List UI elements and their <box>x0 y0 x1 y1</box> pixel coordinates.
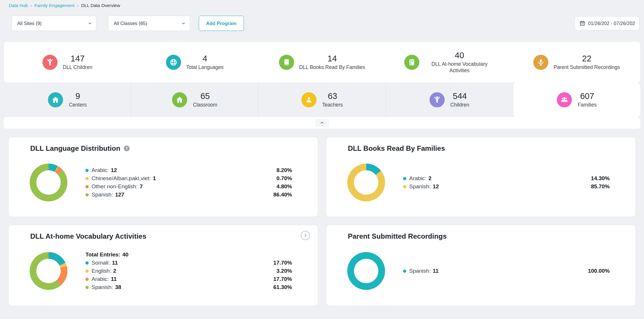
home-icon <box>48 92 63 107</box>
child-icon <box>430 92 445 107</box>
legend-value: 1 <box>153 175 156 182</box>
legend-percent: 86.40% <box>273 192 292 198</box>
legend-percent: 61.30% <box>273 284 292 290</box>
legend-percent: 0.70% <box>276 175 292 182</box>
card-title: DLL Language Distribution <box>30 144 120 153</box>
stat-value: 40 <box>455 51 464 60</box>
legend-item: Arabic: 2 14.30% <box>403 174 610 182</box>
group-icon <box>557 92 572 107</box>
filter-bar: All Sites (9) All Classes (65) Add Progr… <box>12 16 639 31</box>
breadcrumb-family-engagement[interactable]: Family Engagement <box>34 3 74 8</box>
dll-books-read-card: DLL Books Read By Families Arabic: 2 14.… <box>326 137 635 217</box>
classes-select[interactable]: All Classes (65) <box>108 16 190 31</box>
sites-select-value: All Sites (9) <box>17 21 42 26</box>
stat-label: DLL At-home Vocabulary Activities <box>425 61 494 74</box>
legend-value: 2 <box>113 268 117 274</box>
stat-dll-books-read: 14 DLL Books Read By Families <box>258 54 386 70</box>
legend-item: Arabic: 11 17.70% <box>85 275 292 283</box>
sites-select[interactable]: All Sites (9) <box>12 16 96 31</box>
stat-value: 4 <box>203 54 207 63</box>
legend-value: 38 <box>115 284 121 290</box>
legend-item: Somali: 11 17.70% <box>85 259 292 267</box>
stat-value: 65 <box>201 91 210 101</box>
legend-bullet <box>403 177 406 180</box>
legend-percent: 17.70% <box>273 276 292 282</box>
stat-value: 14 <box>328 54 337 63</box>
legend-label: Other non-English: <box>92 183 137 190</box>
legend-label: Spanish: <box>92 284 113 290</box>
legend-value: 7 <box>139 183 143 190</box>
chart-legend: Spanish: 11 100.00% <box>403 267 610 275</box>
legend-item: Arabic: 12 8.20% <box>85 166 292 174</box>
card-title: Parent Submitted Recordings <box>348 232 447 240</box>
stat-label: DLL Books Read By Families <box>299 64 365 71</box>
breadcrumb-separator-icon: › <box>30 3 32 8</box>
legend-item: English: 2 3.20% <box>85 267 292 275</box>
legend-label: Somali: <box>92 260 110 266</box>
total-entries-label: Total Entries: <box>85 251 120 258</box>
legend-percent: 4.80% <box>276 183 292 190</box>
legend-label: Arabic: <box>92 167 109 173</box>
legend-percent: 8.20% <box>276 167 292 173</box>
stat-centers: 9 Centers <box>4 83 131 117</box>
legend-bullet <box>403 185 406 188</box>
expand-card-button[interactable] <box>301 231 310 240</box>
stat-label: Families <box>578 102 597 108</box>
stat-label: DLL Children <box>63 64 92 71</box>
legend-label: Arabic: <box>92 276 109 282</box>
stats-collapse-strip <box>4 117 640 129</box>
dll-summary-stats-card: 147 DLL Children 4 Total Languages 14 DL… <box>4 42 640 83</box>
parent-recordings-card: Parent Submitted Recordings Spanish: 11 … <box>326 225 635 306</box>
globe-icon <box>166 55 181 70</box>
chevron-right-icon <box>303 233 308 238</box>
legend-item: Spanish: 127 86.40% <box>85 191 292 199</box>
stat-children: 544 Children <box>386 83 513 117</box>
donut-chart <box>347 164 385 201</box>
legend-bullet <box>85 169 89 172</box>
legend-bullet <box>85 185 89 188</box>
legend-percent: 3.20% <box>276 268 292 274</box>
charts-grid: DLL Language Distribution ? Arabic: 12 8… <box>9 137 635 306</box>
stat-label: Children <box>450 102 469 108</box>
stat-dll-children: 147 DLL Children <box>4 54 131 70</box>
legend-item: Chinese/Alban,paki,viet: 1 0.70% <box>85 174 292 182</box>
home-icon <box>172 92 187 107</box>
legend-percent: 14.30% <box>591 175 610 182</box>
legend-label: Spanish: <box>409 268 431 274</box>
dll-language-distribution-card: DLL Language Distribution ? Arabic: 12 8… <box>9 137 318 217</box>
legend-percent: 100.00% <box>588 268 610 274</box>
breadcrumb-data-hub[interactable]: Data Hub <box>9 3 28 8</box>
breadcrumb-separator-icon: › <box>77 3 78 8</box>
legend-bullet <box>85 270 89 273</box>
stat-value: 544 <box>453 91 467 101</box>
legend-bullet <box>85 261 89 265</box>
stat-teachers: 63 Teachers <box>258 83 385 117</box>
date-range-picker[interactable]: 01/26/202 - 07/26/202 <box>575 16 639 30</box>
legend-value: 11 <box>112 260 118 266</box>
journal-icon <box>404 55 419 70</box>
vocabulary-activities-card: DLL At-home Vocabulary Activities Total … <box>9 225 318 306</box>
stat-value: 147 <box>71 54 85 63</box>
legend-item: Spanish: 11 100.00% <box>403 267 610 275</box>
legend-item: Spanish: 38 61.30% <box>85 283 292 291</box>
collapse-stats-button[interactable] <box>315 119 329 127</box>
program-summary-stats-row: 9 Centers 65 Classroom 63 Teachers 544 C… <box>4 83 640 117</box>
stat-classroom: 65 Classroom <box>131 83 258 117</box>
help-icon[interactable]: ? <box>124 146 130 151</box>
legend-value: 2 <box>428 175 432 182</box>
legend-bullet <box>403 270 406 273</box>
breadcrumb-current-page: DLL Data Overview <box>81 3 120 8</box>
legend-value: 127 <box>115 192 124 198</box>
stat-label: Centers <box>69 102 87 108</box>
chevron-down-icon <box>181 21 186 26</box>
legend-value: 12 <box>111 167 117 173</box>
classes-select-value: All Classes (65) <box>114 21 147 26</box>
stat-value: 9 <box>76 91 80 101</box>
add-program-button[interactable]: Add Program <box>199 16 244 31</box>
microphone-icon <box>533 55 548 70</box>
chart-legend: Arabic: 2 14.30% Spanish: 12 85.70% <box>403 174 610 191</box>
breadcrumb: Data Hub › Family Engagement › DLL Data … <box>0 0 644 8</box>
book-icon <box>279 55 294 70</box>
legend-item: Spanish: 12 85.70% <box>403 182 610 191</box>
person-icon <box>301 92 316 107</box>
